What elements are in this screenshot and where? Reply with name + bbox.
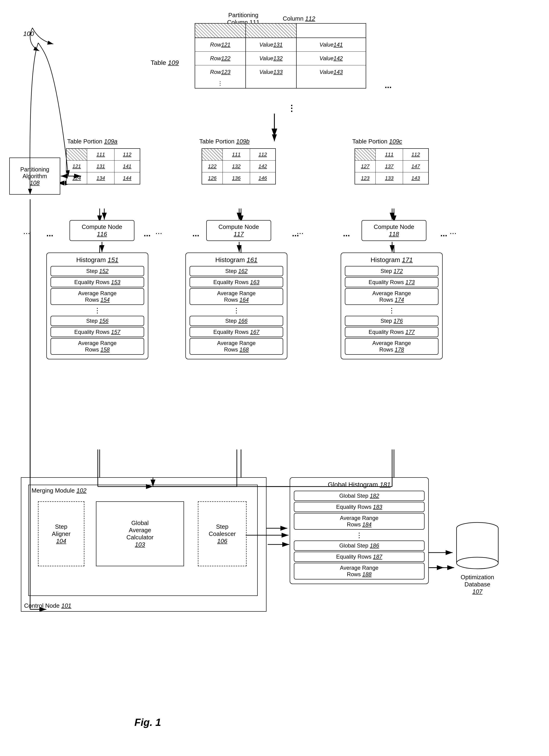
compute-node-118: Compute Node118 <box>362 220 426 241</box>
table-109-label: Table 109 <box>151 59 179 66</box>
svg-text:⋮: ⋮ <box>287 104 296 113</box>
merging-module: Merging Module 102 StepAligner104 Global… <box>28 485 258 596</box>
global-histogram: Global Histogram 181 Global Step 182 Equ… <box>290 477 429 584</box>
svg-text:...: ... <box>155 226 162 236</box>
table-portion-109b: 111 112 122 132 142 126 136 146 <box>202 148 276 184</box>
histogram-161: Histogram 161 Step 162 Equality Rows 163… <box>185 253 287 359</box>
compute-node-116: Compute Node116 <box>70 220 134 241</box>
compute-node-117: Compute Node117 <box>206 220 271 241</box>
svg-text:...: ... <box>23 226 30 236</box>
fig-label: Fig. 1 <box>134 717 161 728</box>
step-aligner: StepAligner104 <box>38 501 84 566</box>
global-avg-calculator: GlobalAverageCalculator103 <box>96 501 184 566</box>
step-coalescer: StepCoalescer106 <box>198 501 247 566</box>
svg-text:...: ... <box>297 226 304 236</box>
partitioning-algorithm-box: PartitioningAlgorithm108 <box>9 158 60 195</box>
svg-text:...: ... <box>46 229 53 238</box>
table-portion-109c: 111 112 127 137 147 123 133 143 <box>355 148 429 184</box>
histogram-171: Histogram 171 Step 172 Equality Rows 173… <box>341 253 443 359</box>
svg-text:...: ... <box>385 80 392 90</box>
svg-text:...: ... <box>440 229 447 238</box>
svg-point-32 <box>457 557 498 569</box>
control-node: Control Node 101 Merging Module 102 Step… <box>21 477 267 612</box>
table-portion-109a: 111 112 121 131 141 124 134 144 <box>66 148 140 184</box>
main-table: Row 121 Value 131 Value 141 Row 122 Valu… <box>195 23 366 89</box>
column-112-label: Column 112 <box>283 15 315 22</box>
svg-text:...: ... <box>192 229 199 238</box>
svg-text:...: ... <box>292 229 299 238</box>
svg-text:...: ... <box>343 229 350 238</box>
histogram-151: Histogram 151 Step 152 Equality Rows 153… <box>46 253 148 359</box>
table-portion-109a-label: Table Portion 109a <box>67 138 117 145</box>
table-portion-109c-label: Table Portion 109c <box>352 138 402 145</box>
svg-text:...: ... <box>450 226 457 236</box>
svg-text:...: ... <box>144 229 151 238</box>
table-portion-109b-label: Table Portion 109b <box>199 138 250 145</box>
